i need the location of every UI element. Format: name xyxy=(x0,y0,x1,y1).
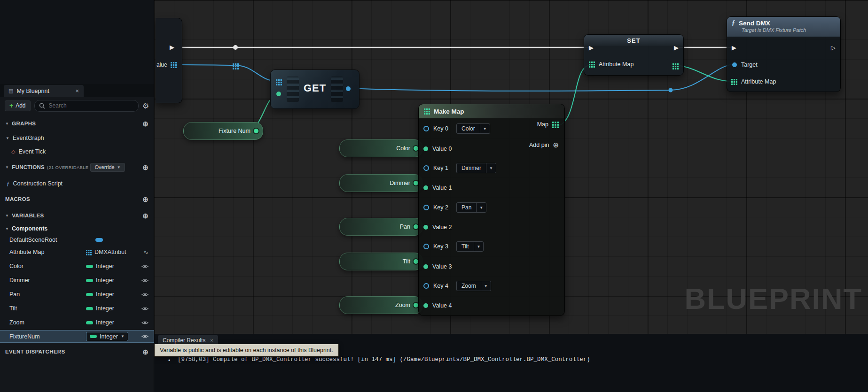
output-pin[interactable] xyxy=(253,128,259,134)
reroute-struct-icon[interactable] xyxy=(233,62,239,70)
eye-icon[interactable] xyxy=(141,334,149,339)
key-label: Key 4 xyxy=(433,283,452,289)
add-pin-row[interactable]: Add pin ⊕ xyxy=(529,141,559,149)
variable-node-dimmer[interactable]: Dimmer xyxy=(339,174,423,192)
graph-canvas[interactable]: ▶ alue GET Fixture Num Color Dimmer Pan xyxy=(154,0,868,392)
variable-row-attribute-map[interactable]: Attribute Map DMXAttribut ∿ xyxy=(0,247,154,257)
get-node[interactable]: GET xyxy=(270,69,360,109)
key-0-dropdown[interactable]: Color▼ xyxy=(456,123,490,134)
clipped-node[interactable]: ▶ alue xyxy=(156,18,182,103)
key-3-dropdown[interactable]: Tilt▼ xyxy=(456,241,484,252)
tree-item-eventgraph[interactable]: ▼ EventGraph xyxy=(0,133,154,143)
array-pin-icon[interactable] xyxy=(171,61,177,68)
eye-icon[interactable] xyxy=(141,292,149,297)
variable-type-label: Integer xyxy=(100,333,118,340)
add-macro-icon[interactable]: ⊕ xyxy=(142,196,149,203)
value-pin[interactable] xyxy=(423,303,428,308)
variable-type-dropdown[interactable]: Integer ▼ xyxy=(86,332,128,341)
variable-type[interactable]: Integer xyxy=(86,291,114,298)
variable-node-fixture-num[interactable]: Fixture Num xyxy=(183,122,263,140)
variable-type[interactable]: Integer xyxy=(86,277,114,284)
add-variable-icon[interactable]: ⊕ xyxy=(142,212,149,219)
eye-icon[interactable] xyxy=(141,278,149,283)
variable-type[interactable]: Integer xyxy=(86,319,114,326)
map-in-pin-icon[interactable] xyxy=(589,61,595,68)
variable-row-color[interactable]: Color Integer xyxy=(0,261,154,271)
key-pin[interactable] xyxy=(423,283,429,289)
eye-icon[interactable] xyxy=(141,320,149,325)
array-in-pin-icon[interactable] xyxy=(276,78,282,86)
make-map-node[interactable]: Make Map Key 0 Color▼ Value 0 Key 1 Dimm… xyxy=(418,104,565,316)
variable-row-fixturenum[interactable]: FixtureNum Integer ▼ xyxy=(0,331,154,342)
variable-node-tilt[interactable]: Tilt xyxy=(339,253,423,270)
add-function-icon[interactable]: ⊕ xyxy=(142,164,149,171)
element-out-pin[interactable] xyxy=(346,86,351,91)
exec-in-pin[interactable]: ▶ xyxy=(589,45,594,51)
add-pin-icon[interactable]: ⊕ xyxy=(553,141,559,149)
search-input[interactable] xyxy=(48,102,134,109)
key-pin[interactable] xyxy=(423,165,429,171)
tree-item-construction-script[interactable]: ƒ Construction Script xyxy=(0,178,154,189)
target-pin[interactable] xyxy=(732,62,737,67)
tree-item-event-tick[interactable]: ◇ Event Tick xyxy=(0,146,154,157)
eye-icon[interactable] xyxy=(141,306,149,311)
tab-my-blueprint[interactable]: ▤ My Blueprint × xyxy=(4,85,84,97)
variable-node-zoom[interactable]: Zoom xyxy=(339,296,423,314)
value-pin[interactable] xyxy=(423,185,428,190)
map-out-pin-icon[interactable] xyxy=(673,62,679,70)
variable-type-label: Integer xyxy=(96,277,114,284)
eye-icon[interactable] xyxy=(141,264,149,269)
section-event-dispatchers[interactable]: EVENT DISPATCHERS ⊕ xyxy=(0,346,154,357)
key-pin[interactable] xyxy=(423,205,429,210)
component-row-defaultsceneroot[interactable]: DefaultSceneRoot xyxy=(0,235,154,245)
value-pin[interactable] xyxy=(423,225,428,230)
variable-row-dimmer[interactable]: Dimmer Integer xyxy=(0,275,154,285)
variable-row-tilt[interactable]: Tilt Integer xyxy=(0,303,154,314)
key-1-dropdown[interactable]: Dimmer▼ xyxy=(456,163,496,173)
reroute-node-exec[interactable] xyxy=(233,45,238,50)
exec-in-pin[interactable]: ▶ xyxy=(732,45,736,51)
variable-name: Dimmer xyxy=(9,277,86,284)
section-macros[interactable]: MACROS ⊕ xyxy=(0,194,154,204)
section-graphs[interactable]: ▼ GRAPHS ⊕ xyxy=(0,118,154,129)
key-pin[interactable] xyxy=(423,244,429,249)
override-dropdown[interactable]: Override ▼ xyxy=(90,163,125,172)
chevron-down-icon: ▼ xyxy=(480,124,490,133)
target-label: Target xyxy=(741,61,758,68)
section-variables[interactable]: ▼ VARIABLES ⊕ xyxy=(0,210,154,221)
key-4-dropdown[interactable]: Zoom▼ xyxy=(456,281,491,291)
search-box[interactable] xyxy=(34,100,139,112)
map-in-pin-icon[interactable] xyxy=(731,78,737,85)
key-pin[interactable] xyxy=(423,126,429,131)
category-components[interactable]: ▼ Components xyxy=(0,223,154,234)
close-icon[interactable]: × xyxy=(75,87,79,94)
key-2-dropdown[interactable]: Pan▼ xyxy=(456,202,486,213)
index-in-pin[interactable] xyxy=(276,92,281,96)
section-event-dispatchers-label: EVENT DISPATCHERS xyxy=(5,349,65,354)
variable-row-pan[interactable]: Pan Integer xyxy=(0,289,154,300)
variable-type[interactable]: Integer xyxy=(86,305,114,312)
variable-type[interactable]: DMXAttribut xyxy=(86,249,126,255)
exec-out-pin[interactable]: ▷ xyxy=(831,45,836,51)
send-dmx-node[interactable]: ƒ Send DMX Target is DMX Fixture Patch ▶… xyxy=(727,16,841,92)
value-pin[interactable] xyxy=(423,146,428,151)
variable-type[interactable]: Integer xyxy=(86,263,114,269)
close-icon[interactable]: × xyxy=(210,338,213,343)
exec-out-pin[interactable]: ▶ xyxy=(170,44,174,50)
add-button[interactable]: + Add xyxy=(5,100,31,111)
add-event-dispatcher-icon[interactable]: ⊕ xyxy=(142,348,149,355)
map-output-pin-icon[interactable] xyxy=(552,121,559,128)
add-graph-icon[interactable]: ⊕ xyxy=(142,120,149,127)
send-dmx-title: Send DMX xyxy=(739,20,770,27)
value-pin[interactable] xyxy=(423,264,428,269)
variable-row-zoom[interactable]: Zoom Integer xyxy=(0,317,154,328)
reroute-node-object[interactable] xyxy=(669,88,673,92)
integer-type-pill xyxy=(86,265,93,268)
exec-out-pin[interactable]: ▶ xyxy=(674,45,679,51)
variable-node-color[interactable]: Color xyxy=(339,139,423,157)
gear-icon[interactable]: ⚙ xyxy=(142,101,149,110)
variable-node-pan[interactable]: Pan xyxy=(339,218,423,236)
section-functions[interactable]: ▼ FUNCTIONS (21 OVERRIDABLE Override ▼ ⊕ xyxy=(0,162,154,172)
wave-icon[interactable]: ∿ xyxy=(143,249,149,256)
set-node[interactable]: SET ▶ ▶ Attribute Map xyxy=(584,34,684,76)
